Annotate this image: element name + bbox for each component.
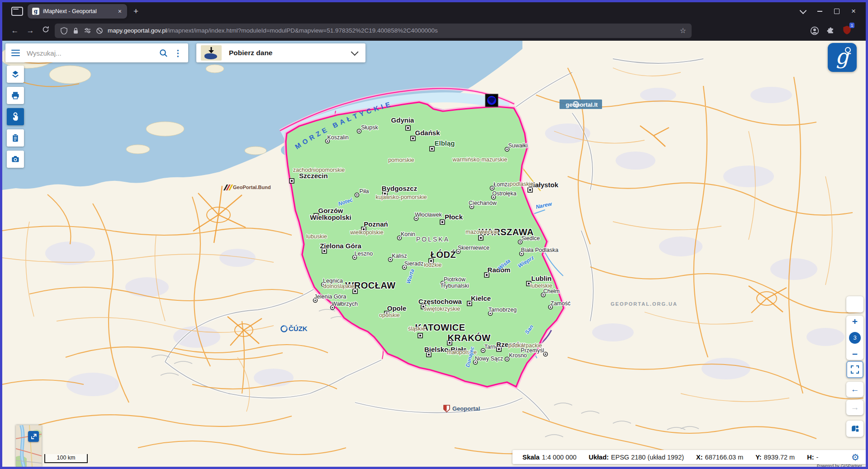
- overview-minimap[interactable]: [16, 425, 42, 467]
- map-label-nowy-sącz: Nowy Sącz: [475, 355, 503, 362]
- map-label-poznań: Poznań: [364, 220, 388, 228]
- svg-text:Geoportal: Geoportal: [452, 405, 480, 412]
- tab-close-icon[interactable]: ×: [117, 8, 123, 15]
- town-marker-dot: [506, 148, 508, 150]
- settings-gear-icon[interactable]: ⚙: [851, 452, 859, 463]
- city-marker-dot: [486, 274, 488, 276]
- map-label-wałbrzych: Wałbrzych: [332, 301, 358, 307]
- map-label-gdańsk: Gdańsk: [415, 129, 440, 137]
- town-marker-dot: [356, 194, 357, 195]
- layers-button[interactable]: [7, 66, 24, 83]
- map-label-gdynia: Gdynia: [391, 116, 415, 124]
- map-label-opole: Opole: [387, 304, 407, 312]
- zoom-out-button[interactable]: −: [852, 350, 858, 359]
- new-tab-button[interactable]: +: [133, 6, 138, 16]
- crs-label: Układ:: [589, 454, 609, 461]
- browser-window: g iMapNext - Geoportal × + × ← → mapy.ge…: [2, 2, 866, 467]
- region-label-wielkopolskie: wielkopolskie: [350, 229, 384, 236]
- region-label-zachodniopomorskie: zachodniopomorskie: [293, 167, 345, 173]
- select-touch-button[interactable]: [7, 108, 24, 125]
- search-more-icon[interactable]: ⋮: [174, 48, 182, 58]
- zoom-in-button[interactable]: +: [852, 317, 858, 326]
- fullscreen-button[interactable]: [846, 361, 863, 378]
- city-marker-dot: [419, 335, 421, 336]
- zoom-level-badge: 3: [849, 332, 861, 344]
- map-label-leszno: Leszno: [355, 251, 373, 257]
- tab-title: iMapNext - Geoportal: [43, 8, 114, 14]
- map-svg[interactable]: MORZE BAŁTYCKIE GdyniaGdańskElblągSuwałk…: [2, 41, 866, 464]
- watermark-ua: GEOPORTAL.ORG.UA: [611, 301, 678, 307]
- partner-button[interactable]: [846, 421, 863, 437]
- search-icon[interactable]: [159, 49, 168, 57]
- window-close-button[interactable]: ×: [851, 9, 856, 14]
- scale-value: 1:4 000 000: [542, 454, 577, 461]
- map-label-suwałki: Suwałki: [508, 142, 527, 149]
- url-text: mapy.geoportal.gov.pl/imapnext/imap/inde…: [108, 27, 675, 34]
- map-label-biała-podlaska: Biała Podlaska: [521, 247, 559, 253]
- map-label-zamość: Zamość: [550, 300, 570, 307]
- nav-reload-button[interactable]: [39, 26, 52, 35]
- map-label-polska: POLSKA: [416, 236, 450, 243]
- nav-forward-button[interactable]: →: [24, 26, 37, 35]
- window-maximize-button[interactable]: [834, 9, 840, 14]
- map-area[interactable]: MORZE BAŁTYCKIE GdyniaGdańskElblągSuwałk…: [2, 41, 866, 467]
- tab-list-chevron-icon[interactable]: [800, 7, 807, 14]
- nav-back-button[interactable]: ←: [9, 26, 21, 35]
- region-label-podkarpackie: podkarpackie: [508, 342, 542, 349]
- blocked-content-icon[interactable]: [96, 27, 103, 34]
- h-label: H:: [807, 454, 814, 461]
- tracking-shield-icon[interactable]: [60, 27, 68, 34]
- lock-icon[interactable]: [72, 27, 79, 34]
- print-button[interactable]: [7, 87, 24, 104]
- city-marker-dot: [441, 221, 443, 223]
- bookmark-star-icon[interactable]: ☆: [680, 26, 686, 35]
- collapsed-panel-button[interactable]: [846, 296, 863, 313]
- town-marker-dot: [358, 130, 360, 132]
- x-value: 687166.03 m: [705, 454, 744, 461]
- screenshot-button[interactable]: [7, 151, 24, 168]
- city-marker-dot: [291, 180, 293, 182]
- town-marker-dot: [519, 241, 521, 242]
- scale-label: Skala: [522, 454, 540, 461]
- adblock-extension-button[interactable]: 1: [843, 25, 851, 36]
- y-label: Y:: [755, 454, 761, 461]
- view-back-button[interactable]: ←: [846, 382, 863, 397]
- region-label-lubuskie: lubuskie: [306, 233, 327, 240]
- geoportal-logo[interactable]: g: [828, 43, 857, 72]
- download-map-icon: [201, 45, 222, 61]
- report-button[interactable]: [7, 129, 24, 147]
- view-forward-button[interactable]: →: [846, 400, 863, 415]
- map-label-sieradz: Sieradz: [404, 261, 423, 267]
- y-value: 8939.72 m: [764, 454, 795, 461]
- map-label-siedlce: Siedlce: [522, 235, 540, 242]
- search-panel: ⋮: [5, 43, 188, 62]
- city-marker-dot: [428, 354, 430, 355]
- map-label-lublin: Lublin: [531, 275, 552, 282]
- account-icon[interactable]: [810, 26, 819, 35]
- region-label-warmińsko-mazurskie: warmińsko-mazurskie: [452, 156, 508, 163]
- region-label-śląskie: śląskie: [408, 326, 425, 332]
- map-label-zielona-góra: Zielona Góra: [320, 242, 361, 250]
- map-label-tarnobrzeg: Tarnobrzeg: [489, 307, 517, 313]
- url-domain: mapy.geoportal.gov.pl: [108, 27, 167, 34]
- tab-bar: g iMapNext - Geoportal × + ×: [2, 2, 866, 20]
- download-data-panel[interactable]: Pobierz dane: [196, 43, 365, 62]
- printer-icon: [10, 90, 21, 101]
- town-marker-dot: [491, 187, 493, 189]
- city-marker-dot: [412, 137, 414, 139]
- permissions-icon[interactable]: [84, 27, 91, 34]
- region-label-świętokrzyskie: świętokrzyskie: [424, 306, 460, 312]
- powered-by-credit: Powered by GISPartner: [817, 463, 862, 467]
- minimap-expand-button[interactable]: [28, 431, 39, 442]
- firefox-view-icon[interactable]: [11, 7, 23, 16]
- search-input[interactable]: [26, 49, 153, 57]
- browser-tab[interactable]: g iMapNext - Geoportal ×: [28, 4, 127, 19]
- town-marker-dot: [389, 259, 391, 260]
- url-bar[interactable]: mapy.geoportal.gov.pl/imapnext/imap/inde…: [55, 24, 692, 38]
- logo-ring-icon: [845, 47, 851, 53]
- download-chevron-down-icon[interactable]: [351, 48, 359, 56]
- extensions-puzzle-icon[interactable]: [826, 26, 835, 35]
- map-label-ciechanów: Ciechanów: [469, 200, 497, 206]
- menu-hamburger-icon[interactable]: [11, 50, 20, 57]
- window-minimize-button[interactable]: [817, 11, 822, 12]
